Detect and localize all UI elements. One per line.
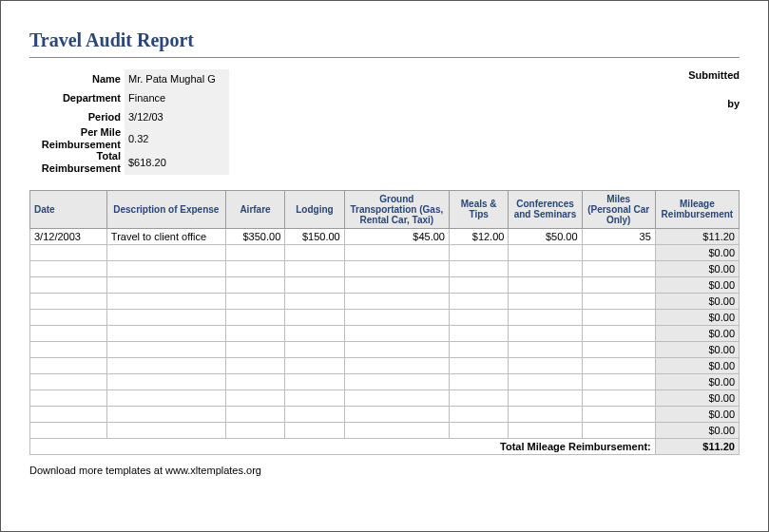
cell-miles[interactable] xyxy=(582,325,655,341)
cell-lodg[interactable] xyxy=(285,309,344,325)
cell-reimb[interactable]: $0.00 xyxy=(655,260,739,276)
cell-lodg[interactable] xyxy=(285,373,344,390)
cell-reimb[interactable]: $0.00 xyxy=(655,341,739,357)
cell-date[interactable] xyxy=(30,244,107,260)
cell-ground[interactable] xyxy=(344,309,449,325)
cell-conf[interactable] xyxy=(509,341,582,357)
cell-reimb[interactable]: $11.20 xyxy=(655,228,739,244)
cell-conf[interactable] xyxy=(509,325,582,341)
cell-meals[interactable] xyxy=(449,309,508,325)
cell-desc[interactable] xyxy=(106,276,225,293)
cell-date[interactable] xyxy=(30,309,107,325)
cell-miles[interactable] xyxy=(582,244,655,260)
cell-reimb[interactable]: $0.00 xyxy=(655,373,739,390)
cell-desc[interactable] xyxy=(106,325,225,341)
dept-value[interactable]: Finance xyxy=(125,88,229,107)
cell-meals[interactable] xyxy=(449,260,508,276)
cell-air[interactable] xyxy=(225,373,284,390)
cell-meals[interactable] xyxy=(449,422,508,438)
cell-ground[interactable] xyxy=(344,244,449,260)
cell-meals[interactable] xyxy=(449,357,508,373)
cell-lodg[interactable] xyxy=(285,293,344,309)
cell-miles[interactable] xyxy=(582,373,655,390)
cell-desc[interactable] xyxy=(106,373,225,390)
cell-lodg[interactable] xyxy=(285,357,344,373)
cell-desc[interactable] xyxy=(106,422,225,438)
cell-date[interactable] xyxy=(30,293,107,309)
cell-reimb[interactable]: $0.00 xyxy=(655,244,739,260)
permile-value[interactable]: 0.32 xyxy=(125,126,229,150)
cell-desc[interactable] xyxy=(106,293,225,309)
cell-miles[interactable] xyxy=(582,309,655,325)
cell-air[interactable] xyxy=(225,357,284,373)
cell-reimb[interactable]: $0.00 xyxy=(655,357,739,373)
cell-reimb[interactable]: $0.00 xyxy=(655,390,739,406)
cell-ground[interactable] xyxy=(344,390,449,406)
cell-date[interactable] xyxy=(30,373,107,390)
cell-desc[interactable] xyxy=(106,309,225,325)
cell-air[interactable] xyxy=(225,293,284,309)
cell-ground[interactable] xyxy=(344,357,449,373)
cell-desc[interactable]: Travel to client office xyxy=(106,228,225,244)
cell-ground[interactable]: $45.00 xyxy=(344,228,449,244)
cell-conf[interactable]: $50.00 xyxy=(509,228,582,244)
cell-meals[interactable] xyxy=(449,373,508,390)
cell-ground[interactable] xyxy=(344,293,449,309)
cell-ground[interactable] xyxy=(344,325,449,341)
cell-conf[interactable] xyxy=(509,357,582,373)
cell-date[interactable] xyxy=(30,357,107,373)
cell-air[interactable] xyxy=(225,260,284,276)
cell-ground[interactable] xyxy=(344,406,449,422)
cell-lodg[interactable] xyxy=(285,422,344,438)
cell-air[interactable] xyxy=(225,390,284,406)
cell-air[interactable] xyxy=(225,422,284,438)
cell-air[interactable] xyxy=(225,276,284,293)
cell-meals[interactable] xyxy=(449,276,508,293)
cell-desc[interactable] xyxy=(106,341,225,357)
cell-miles[interactable]: 35 xyxy=(582,228,655,244)
cell-reimb[interactable]: $0.00 xyxy=(655,422,739,438)
cell-conf[interactable] xyxy=(509,276,582,293)
cell-desc[interactable] xyxy=(106,406,225,422)
name-value[interactable]: Mr. Pata Mughal G xyxy=(125,69,229,88)
cell-conf[interactable] xyxy=(509,309,582,325)
cell-date[interactable] xyxy=(30,390,107,406)
cell-conf[interactable] xyxy=(509,244,582,260)
cell-air[interactable] xyxy=(225,309,284,325)
cell-conf[interactable] xyxy=(509,260,582,276)
cell-lodg[interactable] xyxy=(285,325,344,341)
cell-desc[interactable] xyxy=(106,260,225,276)
cell-conf[interactable] xyxy=(509,293,582,309)
cell-date[interactable] xyxy=(30,260,107,276)
cell-lodg[interactable] xyxy=(285,260,344,276)
cell-air[interactable] xyxy=(225,325,284,341)
cell-miles[interactable] xyxy=(582,406,655,422)
cell-conf[interactable] xyxy=(509,406,582,422)
cell-lodg[interactable] xyxy=(285,244,344,260)
cell-air[interactable] xyxy=(225,406,284,422)
cell-air[interactable] xyxy=(225,341,284,357)
cell-date[interactable] xyxy=(30,422,107,438)
cell-reimb[interactable]: $0.00 xyxy=(655,293,739,309)
cell-meals[interactable] xyxy=(449,406,508,422)
cell-reimb[interactable]: $0.00 xyxy=(655,309,739,325)
cell-miles[interactable] xyxy=(582,260,655,276)
cell-ground[interactable] xyxy=(344,260,449,276)
cell-lodg[interactable] xyxy=(285,341,344,357)
cell-miles[interactable] xyxy=(582,357,655,373)
cell-date[interactable] xyxy=(30,341,107,357)
cell-air[interactable]: $350.00 xyxy=(225,228,284,244)
cell-miles[interactable] xyxy=(582,390,655,406)
cell-reimb[interactable]: $0.00 xyxy=(655,406,739,422)
cell-reimb[interactable]: $0.00 xyxy=(655,276,739,293)
cell-lodg[interactable] xyxy=(285,406,344,422)
cell-ground[interactable] xyxy=(344,276,449,293)
cell-ground[interactable] xyxy=(344,373,449,390)
cell-desc[interactable] xyxy=(106,244,225,260)
cell-conf[interactable] xyxy=(509,422,582,438)
total-reimb-value[interactable]: $618.20 xyxy=(125,150,229,174)
cell-date[interactable]: 3/12/2003 xyxy=(30,228,107,244)
cell-date[interactable] xyxy=(30,276,107,293)
cell-lodg[interactable] xyxy=(285,276,344,293)
cell-conf[interactable] xyxy=(509,373,582,390)
